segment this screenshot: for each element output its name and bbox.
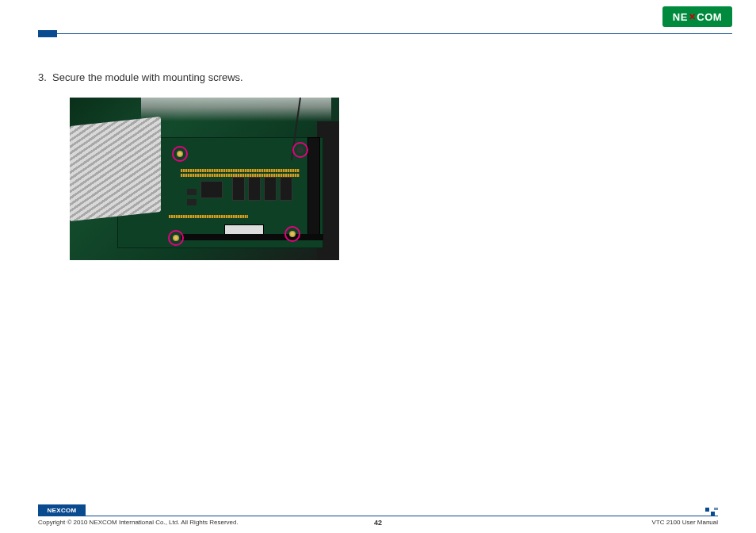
nexcom-logo: NE✕COM — [662, 6, 732, 27]
photo-chip-1 — [200, 181, 223, 198]
page-number: 42 — [374, 519, 382, 527]
footer-divider — [38, 516, 718, 516]
copyright-text: Copyright © 2010 NEXCOM International Co… — [38, 519, 239, 526]
photo-chip-2 — [232, 177, 245, 201]
instruction-step: 3. Secure the module with mounting screw… — [38, 71, 718, 83]
photo-chip-4 — [264, 177, 277, 201]
step-instruction: Secure the module with mounting screws. — [52, 71, 243, 83]
photo-chip-5 — [280, 177, 292, 201]
logo-x-icon: ✕ — [689, 12, 697, 22]
photo-bracket — [181, 234, 323, 240]
photo-screw-bl — [173, 235, 179, 241]
photo-cables — [141, 98, 331, 121]
photo-edge-connector — [307, 137, 320, 240]
photo-small-component-2 — [187, 199, 197, 205]
header-divider — [44, 33, 732, 34]
module-photo — [70, 98, 339, 260]
photo-screw-br — [289, 231, 296, 237]
photo-pin-row-1 — [181, 169, 300, 172]
footer-decoration-icon — [705, 508, 718, 516]
footer-logo-text: NEXCOM — [48, 507, 77, 514]
photo-pin-row-3 — [169, 215, 248, 218]
photo-heatsink — [70, 117, 161, 221]
footer-nexcom-logo: NEXCOM — [38, 504, 86, 516]
photo-screw-tr — [297, 147, 304, 153]
logo-text-left: NE — [673, 11, 688, 23]
logo-text-right: COM — [697, 11, 722, 23]
page-content: 3. Secure the module with mounting screw… — [0, 40, 756, 260]
photo-screw-tl — [177, 151, 183, 157]
photo-small-component-1 — [187, 189, 197, 195]
photo-chip-3 — [248, 177, 261, 201]
manual-title: VTC 2100 User Manual — [651, 519, 718, 526]
page-header: NE✕COM — [0, 0, 756, 40]
footer-text-row: Copyright © 2010 NEXCOM International Co… — [38, 519, 718, 526]
page-footer: NEXCOM Copyright © 2010 NEXCOM Internati… — [0, 503, 756, 533]
step-number: 3. — [38, 71, 47, 83]
